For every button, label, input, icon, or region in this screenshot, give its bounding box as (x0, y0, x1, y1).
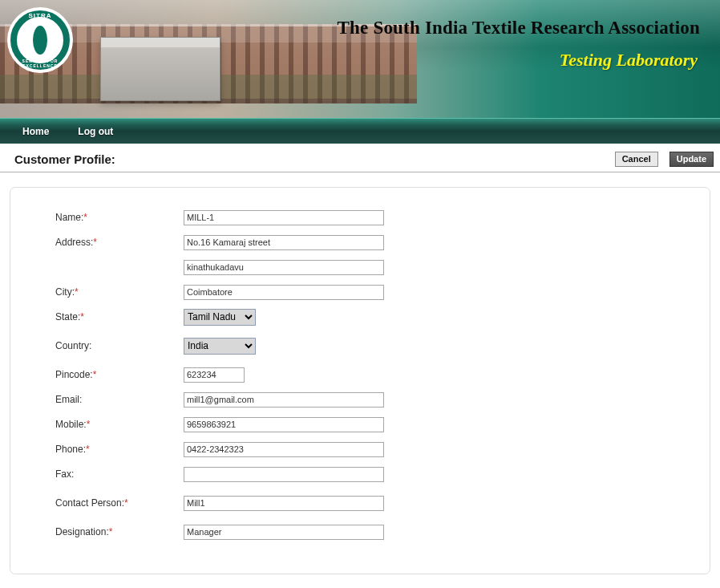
required-icon: * (93, 237, 97, 248)
required-icon: * (124, 497, 128, 509)
required-icon: * (93, 369, 97, 380)
country-select[interactable]: India (184, 338, 256, 355)
pincode-field[interactable] (184, 367, 245, 383)
name-field[interactable] (184, 210, 384, 225)
city-field[interactable] (184, 285, 384, 300)
label-country: Country: (55, 340, 91, 351)
designation-field[interactable] (184, 525, 384, 540)
label-contact: Contact Person: (55, 497, 124, 509)
contact-person-field[interactable] (184, 496, 384, 511)
required-icon: * (80, 311, 84, 322)
update-button[interactable]: Update (669, 152, 714, 167)
nav-logout[interactable]: Log out (63, 126, 127, 137)
label-designation: Designation: (55, 526, 109, 537)
address1-field[interactable] (184, 235, 384, 250)
label-mobile: Mobile: (55, 419, 87, 430)
label-phone: Phone: (55, 444, 86, 455)
label-state: State: (55, 311, 80, 322)
label-city: City: (55, 286, 75, 298)
state-select[interactable]: Tamil Nadu (184, 309, 256, 326)
label-fax: Fax: (55, 468, 74, 480)
cancel-button[interactable]: Cancel (615, 152, 658, 167)
nav-home[interactable]: Home (8, 126, 63, 137)
page-title: Customer Profile: (14, 152, 115, 166)
mobile-field[interactable] (184, 417, 384, 432)
banner-title: The South India Textile Research Associa… (338, 18, 700, 39)
required-icon: * (86, 444, 90, 455)
fax-field[interactable] (184, 467, 384, 482)
label-pincode: Pincode: (55, 369, 93, 380)
phone-field[interactable] (184, 442, 384, 457)
label-name: Name: (55, 212, 83, 223)
required-icon: * (109, 526, 113, 537)
label-address: Address: (55, 237, 93, 248)
building-block (100, 37, 220, 101)
label-email: Email: (55, 394, 82, 405)
logo-text-bottom: SERVICE FOR EXCELLENCE (7, 59, 73, 68)
sitra-logo: SITRA SERVICE FOR EXCELLENCE (7, 7, 73, 73)
required-icon: * (83, 212, 87, 223)
required-icon: * (87, 419, 91, 430)
address2-field[interactable] (184, 260, 384, 275)
logo-text-top: SITRA (7, 12, 73, 19)
banner-subtitle: Testing Laboratory (560, 50, 698, 71)
navbar: Home Log out (0, 118, 720, 144)
page-header: Customer Profile: Cancel Update (0, 144, 720, 172)
email-field[interactable] (184, 392, 384, 408)
banner: SITRA SERVICE FOR EXCELLENCE The South I… (0, 0, 720, 118)
form-panel: Name:* Address:* City:* State:* Tamil Na… (10, 187, 710, 574)
required-icon: * (75, 286, 79, 298)
